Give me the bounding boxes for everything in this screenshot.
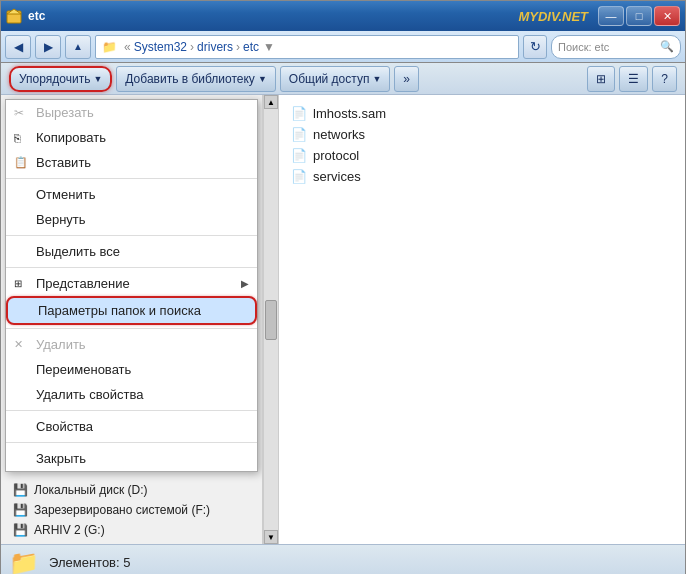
breadcrumb-icon: 📁 [102, 40, 117, 54]
left-nav-panel: ✂ Вырезать ⎘ Копировать 📋 Вставить Отмен… [1, 95, 263, 544]
scroll-down-arrow[interactable]: ▼ [264, 530, 278, 544]
file-item-networks[interactable]: 📄 networks [287, 124, 677, 145]
search-icon[interactable]: 🔍 [660, 40, 674, 53]
add-library-button[interactable]: Добавить в библиотеку ▼ [116, 66, 275, 92]
drive-item-d[interactable]: 💾 Локальный диск (D:) [9, 480, 254, 500]
breadcrumb-etc[interactable]: etc [243, 40, 259, 54]
file-icon-services: 📄 [291, 169, 307, 184]
minimize-button[interactable]: — [598, 6, 624, 26]
view-list-button[interactable]: ☰ [619, 66, 648, 92]
menu-item-copy[interactable]: ⎘ Копировать [6, 125, 257, 150]
file-icon-protocol: 📄 [291, 148, 307, 163]
menu-item-undo[interactable]: Отменить [6, 182, 257, 207]
search-box[interactable]: Поиск: etc 🔍 [551, 35, 681, 59]
status-bar: 📁 Элементов: 5 [1, 544, 685, 574]
drive-item-f[interactable]: 💾 Зарезервировано системой (F:) [9, 500, 254, 520]
file-list-panel: 📄 lmhosts.sam 📄 networks 📄 protocol 📄 se… [279, 95, 685, 544]
breadcrumb-drivers[interactable]: drivers [197, 40, 233, 54]
file-icon-lmhosts: 📄 [291, 106, 307, 121]
file-item-lmhosts[interactable]: 📄 lmhosts.sam [287, 103, 677, 124]
title-bar-left: etc [6, 7, 45, 25]
status-text: Элементов: 5 [49, 555, 130, 570]
menu-item-folder-options[interactable]: Параметры папок и поиска [6, 296, 257, 325]
window-title: etc [28, 9, 45, 23]
menu-item-view[interactable]: ⊞ Представление ▶ [6, 271, 257, 296]
main-area: ✂ Вырезать ⎘ Копировать 📋 Вставить Отмен… [1, 95, 685, 544]
drive-f-label: Зарезервировано системой (F:) [34, 503, 210, 517]
file-name-lmhosts: lmhosts.sam [313, 106, 386, 121]
organize-button[interactable]: Упорядочить ▼ [9, 66, 112, 92]
delete-icon: ✕ [14, 338, 23, 351]
file-icon-networks: 📄 [291, 127, 307, 142]
title-bar: etc MYDIV.NET — □ ✕ [1, 1, 685, 31]
search-placeholder: Поиск: etc [558, 41, 660, 53]
main-window: etc MYDIV.NET — □ ✕ ◀ ▶ ▲ 📁 « System32 ›… [0, 0, 686, 574]
add-library-label: Добавить в библиотеку [125, 72, 255, 86]
drive-list: 💾 Локальный диск (D:) 💾 Зарезервировано … [1, 476, 262, 544]
toolbar: Упорядочить ▼ Добавить в библиотеку ▼ Об… [1, 63, 685, 95]
file-name-networks: networks [313, 127, 365, 142]
drive-d-icon: 💾 [13, 483, 28, 497]
add-library-arrow: ▼ [258, 74, 267, 84]
share-button[interactable]: Общий доступ ▼ [280, 66, 391, 92]
back-button[interactable]: ◀ [5, 35, 31, 59]
title-bar-buttons: MYDIV.NET — □ ✕ [518, 6, 680, 26]
sep6 [6, 442, 257, 443]
file-item-services[interactable]: 📄 services [287, 166, 677, 187]
cut-icon: ✂ [14, 106, 24, 120]
breadcrumb-sep3: › [236, 40, 240, 54]
organize-label: Упорядочить [19, 72, 90, 86]
breadcrumb-sep1: « [124, 40, 131, 54]
left-scrollbar[interactable]: ▲ ▼ [263, 95, 279, 544]
drive-g-icon: 💾 [13, 523, 28, 537]
share-arrow: ▼ [372, 74, 381, 84]
status-folder-icon: 📁 [9, 549, 39, 575]
drive-d-label: Локальный диск (D:) [34, 483, 148, 497]
breadcrumb-sep2: › [190, 40, 194, 54]
breadcrumb[interactable]: 📁 « System32 › drivers › etc ▼ [95, 35, 519, 59]
menu-item-rename[interactable]: Переименовать [6, 357, 257, 382]
menu-item-close[interactable]: Закрыть [6, 446, 257, 471]
drive-f-icon: 💾 [13, 503, 28, 517]
view-tiles-button[interactable]: ⊞ [587, 66, 615, 92]
menu-item-delete-props[interactable]: Удалить свойства [6, 382, 257, 407]
paste-icon: 📋 [14, 156, 28, 169]
view-icon: ⊞ [14, 278, 22, 289]
menu-item-selectall[interactable]: Выделить все [6, 239, 257, 264]
view-arrow: ▶ [241, 278, 249, 289]
drive-g-label: ARHIV 2 (G:) [34, 523, 105, 537]
organize-arrow: ▼ [93, 74, 102, 84]
address-bar: ◀ ▶ ▲ 📁 « System32 › drivers › etc ▼ ↻ П… [1, 31, 685, 63]
file-item-protocol[interactable]: 📄 protocol [287, 145, 677, 166]
window-icon [6, 7, 24, 25]
forward-button[interactable]: ▶ [35, 35, 61, 59]
menu-item-properties[interactable]: Свойства [6, 414, 257, 439]
help-button[interactable]: ? [652, 66, 677, 92]
file-name-protocol: protocol [313, 148, 359, 163]
menu-item-delete[interactable]: ✕ Удалить [6, 332, 257, 357]
close-button[interactable]: ✕ [654, 6, 680, 26]
menu-item-redo[interactable]: Вернуть [6, 207, 257, 232]
sep1 [6, 178, 257, 179]
sep2 [6, 235, 257, 236]
watermark: MYDIV.NET [518, 9, 588, 24]
share-label: Общий доступ [289, 72, 370, 86]
organize-dropdown-menu: ✂ Вырезать ⎘ Копировать 📋 Вставить Отмен… [5, 99, 258, 472]
more-button[interactable]: » [394, 66, 419, 92]
file-name-services: services [313, 169, 361, 184]
scroll-thumb[interactable] [265, 300, 277, 340]
scroll-up-arrow[interactable]: ▲ [264, 95, 278, 109]
breadcrumb-sep4: ▼ [263, 40, 275, 54]
menu-item-cut[interactable]: ✂ Вырезать [6, 100, 257, 125]
sep4 [6, 328, 257, 329]
copy-icon: ⎘ [14, 132, 21, 144]
breadcrumb-system32[interactable]: System32 [134, 40, 187, 54]
sep3 [6, 267, 257, 268]
maximize-button[interactable]: □ [626, 6, 652, 26]
menu-item-paste[interactable]: 📋 Вставить [6, 150, 257, 175]
drive-item-g[interactable]: 💾 ARHIV 2 (G:) [9, 520, 254, 540]
up-button[interactable]: ▲ [65, 35, 91, 59]
sep5 [6, 410, 257, 411]
refresh-button[interactable]: ↻ [523, 35, 547, 59]
